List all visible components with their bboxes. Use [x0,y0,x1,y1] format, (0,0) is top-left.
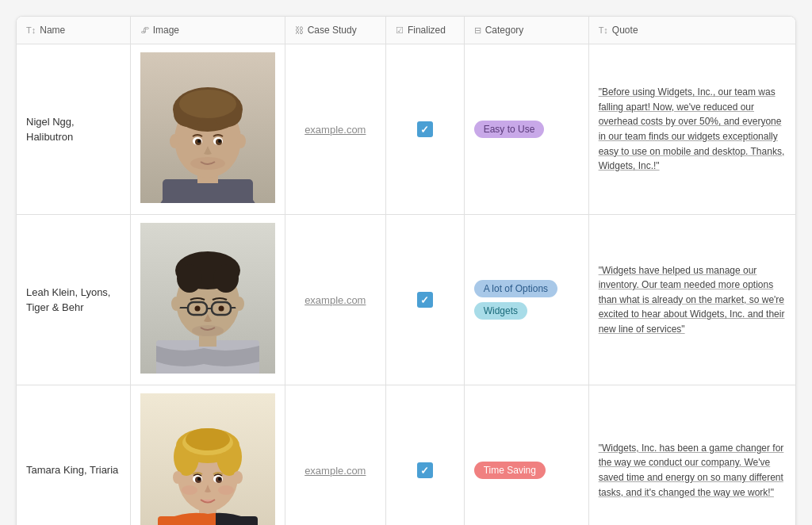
badge-time-saving: Time Saving [474,462,546,479]
svg-point-24 [177,264,202,293]
testimonials-table: T↕ Name 🖇 Image ⛓ Case Study [16,16,796,525]
category-cell-2: A lot of Options Widgets [464,215,588,385]
svg-point-53 [173,471,182,484]
svg-point-56 [218,485,234,495]
quote-cell-3: "Widgets, Inc. has been a game changer f… [588,385,795,526]
svg-point-35 [192,325,224,336]
svg-point-15 [218,140,221,143]
table-row: Tamara King, Triaria [17,385,795,526]
table-row: Nigel Ngg, Halibutron [17,44,795,215]
person-image-1 [140,52,275,203]
image-cell-1 [130,44,285,215]
svg-point-46 [186,428,230,450]
col-header-category: ⊟ Category [464,17,588,44]
badge-widgets: Widgets [474,302,527,320]
table-header-row: T↕ Name 🖇 Image ⛓ Case Study [17,17,795,44]
col-header-image: 🖇 Image [130,17,285,44]
table-row: Leah Klein, Lyons, Tiger & Behr [17,215,795,385]
checkbox-icon: ☑ [396,25,404,36]
col-header-name: T↕ Name [17,17,130,44]
checkbox-checked-3[interactable] [417,462,433,478]
svg-point-54 [233,471,243,484]
col-header-casestudy: ⛓ Case Study [285,17,385,44]
casestudy-cell-2[interactable]: example.com [285,215,385,385]
quote-cell-1: "Before using Widgets, Inc., our team wa… [588,44,795,215]
category-cell-1: Easy to Use [464,44,588,215]
casestudy-cell-3[interactable]: example.com [285,385,385,526]
svg-point-16 [170,134,179,148]
svg-point-34 [235,297,244,311]
name-cell-3: Tamara King, Triaria [17,385,130,526]
svg-point-52 [218,477,221,481]
finalized-cell-3 [385,385,464,526]
name-cell-2: Leah Klein, Lyons, Tiger & Behr [17,215,130,385]
quote-cell-2: "Widgets have helped us manage our inven… [588,215,795,385]
svg-point-25 [213,264,239,293]
attachment-icon: 🖇 [140,25,149,35]
col-header-quote: T↕ Quote [588,17,795,44]
svg-point-51 [197,477,201,481]
link-icon: ⛓ [295,25,304,35]
name-cell-1: Nigel Ngg, Halibutron [17,44,130,215]
checkbox-checked-2[interactable] [417,292,433,308]
category-cell-3: Time Saving [464,385,588,526]
image-cell-2 [130,215,285,385]
person-image-3 [140,393,275,525]
svg-point-32 [218,306,224,312]
svg-point-33 [171,297,181,311]
col-header-finalized: ☑ Finalized [385,17,464,44]
svg-point-9 [179,90,236,118]
text-icon: T↕ [26,25,36,35]
checkbox-checked-1[interactable] [417,121,433,137]
badge-options: A lot of Options [474,280,557,297]
text-icon-2: T↕ [599,25,608,35]
finalized-cell-1 [385,44,464,215]
finalized-cell-2 [385,215,464,385]
svg-point-18 [190,157,225,170]
casestudy-cell-1[interactable]: example.com [285,44,385,215]
person-image-2 [140,223,275,374]
svg-point-55 [182,485,197,495]
db-icon: ⊟ [474,25,481,36]
image-cell-3 [130,385,285,526]
svg-point-31 [194,306,200,312]
svg-point-14 [197,140,201,143]
badge-easy-to-use: Easy to Use [474,121,545,138]
svg-point-17 [236,134,246,148]
